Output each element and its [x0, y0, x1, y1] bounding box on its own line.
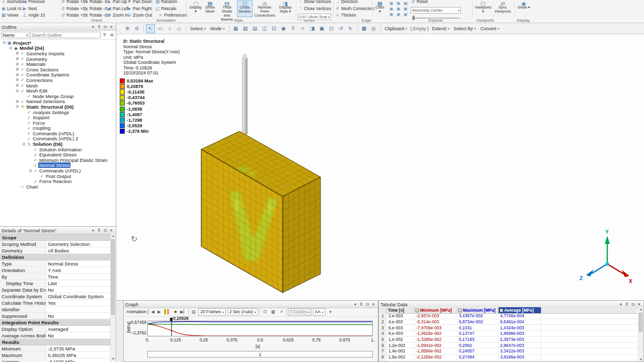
- label-icon[interactable]: #: [289, 24, 298, 33]
- pause-icon[interactable]: ▌▌: [164, 308, 171, 315]
- tree-item-support[interactable]: ✓Support: [0, 115, 116, 120]
- export-video-icon[interactable]: ↗: [278, 308, 284, 315]
- time-marker-handle[interactable]: [170, 318, 173, 321]
- select-by-menu-button[interactable]: Select By▾: [452, 26, 478, 32]
- detail-value[interactable]: Normal Stress: [46, 260, 116, 266]
- table-row[interactable]: 61,2e-002-1,5942e-0020,20622,8647e-003: [379, 342, 637, 348]
- explode-slider[interactable]: [412, 15, 460, 20]
- float-icon[interactable]: ⊡: [102, 25, 108, 29]
- ribbon-isometric[interactable]: ◇Isometric: [1, 0, 24, 5]
- ribbon-display-button[interactable]: ▢Display ▾: [189, 1, 202, 17]
- float-icon[interactable]: ⊡: [364, 302, 370, 307]
- search-input[interactable]: [30, 32, 101, 38]
- tree-item-chart[interactable]: ≈Chart: [0, 184, 116, 190]
- fit-graph-icon[interactable]: ⊡: [262, 308, 268, 315]
- pin-icon[interactable]: ⊼: [96, 228, 102, 233]
- model-viewport[interactable]: D: Static StructuralNormal StressType: N…: [117, 34, 644, 300]
- ribbon-rescale[interactable]: ◱Rescale: [155, 6, 177, 12]
- detail-value[interactable]: Last: [46, 280, 116, 286]
- last-frame-icon[interactable]: ▶▏: [180, 308, 187, 315]
- column-header-maximum-mpa[interactable]: ✓Maximum [MPa]: [457, 307, 499, 313]
- ribbon-sync-viewports-button[interactable]: ⇄Sync Viewports: [492, 1, 513, 17]
- polygon-select-icon[interactable]: ◇: [175, 24, 184, 33]
- expander-icon[interactable]: ⊞: [15, 78, 20, 82]
- table-row[interactable]: 24,e-003-5,314e-0036,8734e-0029,5491e-00…: [379, 319, 637, 325]
- slice-plane-icon[interactable]: ◫: [260, 24, 269, 33]
- detail-value[interactable]: No: [46, 332, 116, 338]
- tree-item-force-reaction[interactable]: ✓Force Reaction: [0, 178, 116, 184]
- column-header-minimum-mpa[interactable]: ✓Minimum [MPa]: [415, 307, 457, 313]
- tree-item-minimum-principal-elastic-strain[interactable]: ✓Minimum Principal Elastic Strain: [0, 157, 116, 163]
- float-icon[interactable]: ⊡: [630, 302, 636, 307]
- box-select-icon[interactable]: ▭: [155, 24, 165, 33]
- ribbon-pan-up[interactable]: ▲Pan Up: [107, 0, 127, 5]
- table-row[interactable]: 81,6e-002-2,1256e-0020,274943,8196e-003: [379, 354, 637, 360]
- float-icon[interactable]: ⊡: [102, 228, 108, 233]
- table-row[interactable]: 48,e-003-1,0628e-0020,137471,9098e-003: [379, 331, 637, 337]
- ribbon-rotate-sy[interactable]: ↻Rotate -Sy: [84, 6, 110, 12]
- table-row[interactable]: 36,e-003-7,9709e-0030,10311,4324e-003: [379, 325, 637, 331]
- pin-icon[interactable]: ⊼: [624, 302, 630, 307]
- tree-item-mesh-edit[interactable]: ⊟✓Mesh Edit: [0, 88, 116, 94]
- duration-dropdown[interactable]: 2 Sec (Auto)▾: [227, 308, 258, 316]
- remote-point-icon[interactable]: ◎: [369, 24, 378, 33]
- ribbon-mini-icon[interactable]: ▣: [403, 12, 409, 17]
- triad-y-axis[interactable]: Y: [605, 229, 610, 264]
- close-icon[interactable]: ✕: [636, 302, 642, 307]
- column-header-time-s[interactable]: Time [s]: [387, 307, 415, 313]
- column-header-item[interactable]: [379, 307, 387, 313]
- tree-item-normal-stress[interactable]: ✓Normal Stress: [0, 163, 116, 168]
- tree-item-named-selections[interactable]: ⊞✓Named Selections: [0, 99, 116, 105]
- column-header-average-mpa[interactable]: ✓Average [MPa]: [499, 307, 541, 313]
- tree-item-node-merge-group[interactable]: ✓Node Merge Group: [0, 94, 116, 99]
- detail-value[interactable]: Yes: [46, 300, 116, 306]
- panel-menu-icon[interactable]: ▾: [618, 302, 624, 307]
- model-canvas[interactable]: [117, 34, 644, 300]
- panel-menu-icon[interactable]: ▾: [90, 25, 96, 29]
- close-icon[interactable]: ✕: [108, 25, 114, 29]
- detail-value[interactable]: No: [46, 313, 116, 319]
- detail-value[interactable]: 0,45025 MPa: [46, 352, 116, 358]
- graph-plot[interactable]: [147, 321, 373, 336]
- expander-icon[interactable]: ⊟: [28, 169, 33, 173]
- tree-item-model-d4[interactable]: ⊟◆Model (D4): [0, 46, 116, 51]
- tree-item-force[interactable]: ✓Force: [0, 120, 116, 126]
- detail-value[interactable]: Averaged: [46, 326, 116, 332]
- ribbon-show-mesh-button[interactable]: ▦Show Mesh: [203, 1, 217, 17]
- ribbon-mini-icon[interactable]: ▣: [395, 1, 401, 6]
- expander-icon[interactable]: ⊞: [15, 51, 20, 55]
- tree-item-mesh[interactable]: ⊞✓Mesh: [0, 83, 116, 88]
- ribbon-next[interactable]: ▶Next: [22, 6, 37, 12]
- ribbon-display-style-button[interactable]: ◨Display Style ▾: [277, 1, 294, 17]
- select-cursor-icon[interactable]: ↖: [146, 24, 155, 33]
- ribbon-pan-left[interactable]: ◀Pan Left: [107, 6, 129, 12]
- tree-item-commands-apdl-2[interactable]: ✓Commands (APDL) 2: [0, 136, 116, 142]
- ribbon-pan-right[interactable]: ▶Pan Right: [127, 6, 151, 12]
- table-row[interactable]: 91,8e-002-9,2822e-0020,131413,325e-003: [379, 360, 637, 362]
- name-filter-dropdown[interactable]: Name ▾: [1, 32, 29, 38]
- previous-view-icon[interactable]: ↺: [337, 24, 346, 33]
- triad-x-axis[interactable]: X: [607, 264, 632, 284]
- more-options-icon[interactable]: ▾: [327, 308, 334, 315]
- expander-icon[interactable]: ⊞: [15, 67, 20, 71]
- triad-z-axis[interactable]: Z: [580, 264, 607, 281]
- table-scrollbar[interactable]: ▲ ▼: [638, 307, 643, 362]
- expander-icon[interactable]: ⊟: [15, 105, 20, 109]
- ribbon-previous[interactable]: ◀Previous: [22, 0, 45, 5]
- ribbon-mini-icon[interactable]: ▣: [388, 1, 394, 6]
- convert-menu-button[interactable]: Convert▾: [478, 26, 502, 32]
- tree-item-equivalent-stress[interactable]: ✓Equivalent Stress: [0, 152, 116, 157]
- ribbon-mini-icon[interactable]: ▣: [403, 6, 409, 12]
- expander-icon[interactable]: ⊟: [9, 46, 13, 50]
- pin-icon[interactable]: ⊼: [96, 25, 102, 29]
- next-view-icon[interactable]: ↻: [346, 24, 355, 33]
- ribbon-preferences[interactable]: ≡Preferences: [158, 12, 187, 18]
- scroll-up-icon[interactable]: ▲: [638, 307, 643, 312]
- frames-dropdown[interactable]: 20 Frames▾: [198, 308, 226, 316]
- expander-icon[interactable]: ⊞: [15, 83, 20, 87]
- ribbon-mini-icon[interactable]: ▣: [388, 6, 394, 12]
- tree-item-geometry-imports[interactable]: ⊞✓Geometry Imports: [0, 51, 116, 56]
- detail-value[interactable]: No: [46, 287, 116, 293]
- expander-icon[interactable]: ⊟: [22, 142, 26, 146]
- graph-grid-icon[interactable]: ▦: [270, 308, 276, 315]
